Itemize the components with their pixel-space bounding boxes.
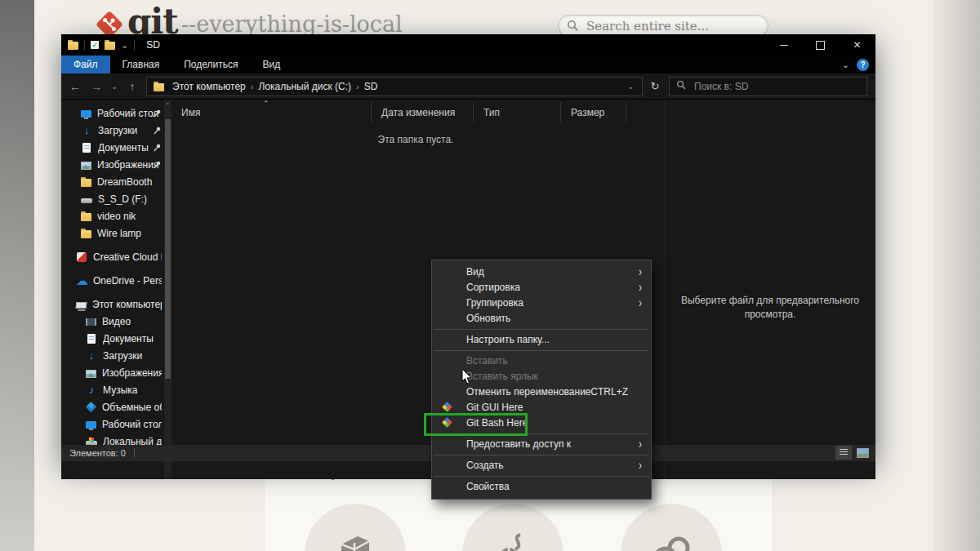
computer-icon	[76, 302, 87, 309]
help-icon[interactable]: ?	[857, 59, 869, 71]
breadcrumb-item[interactable]: SD	[361, 81, 381, 92]
menu-item-13[interactable]: Предоставить доступ к›	[432, 437, 651, 452]
sidebar-scrollbar[interactable]: ⌃	[164, 100, 172, 479]
breadcrumb: Этот компьютер›Локальный диск (C:)›SD	[169, 81, 381, 92]
address-bar[interactable]: Этот компьютер›Локальный диск (C:)›SD ⌄	[146, 77, 643, 96]
back-button[interactable]: ←	[65, 80, 86, 93]
menu-separator	[434, 476, 649, 477]
item-count: Элементов: 0	[69, 448, 126, 458]
sidebar-item-dreambooth[interactable]: DreamBooth	[61, 173, 172, 190]
breadcrumb-item[interactable]: Локальный диск (C:)	[255, 81, 354, 92]
menu-item-label: Группировка	[466, 297, 523, 309]
cube-icon	[86, 402, 96, 412]
menu-separator	[434, 455, 649, 455]
menu-item-1[interactable]: Сортировка›	[432, 280, 651, 295]
maximize-button[interactable]	[802, 34, 839, 56]
sidebar-item-label: Изображения	[102, 367, 162, 379]
sidebar-item[interactable]: ↓Загрузки	[61, 122, 172, 139]
sidebar-item[interactable]: Изображения	[61, 364, 172, 381]
expand-chevron-icon[interactable]: ⌄	[157, 436, 163, 444]
recent-locations-chevron-icon[interactable]: ⌄	[107, 82, 122, 91]
thumbnails-view-button[interactable]	[854, 446, 871, 460]
sidebar-item[interactable]: ♪Музыка	[61, 381, 172, 398]
menu-item-2[interactable]: Группировка›	[432, 295, 651, 311]
menu-item-3[interactable]: Обновить	[432, 311, 651, 327]
pin-icon	[154, 109, 161, 120]
ribbon-tab-view[interactable]: Вид	[250, 56, 292, 73]
explorer-search[interactable]	[669, 77, 867, 96]
minimize-button[interactable]	[765, 34, 802, 56]
menu-item-17[interactable]: Свойства	[432, 479, 651, 495]
sidebar-item[interactable]: Рабочий стол	[61, 415, 172, 433]
sidebar-item-onedrive-personal[interactable]: ☁OneDrive - Personal	[61, 272, 172, 289]
sidebar-item[interactable]: Объемные объекты	[61, 398, 172, 415]
close-button[interactable]: ✕	[839, 34, 875, 56]
doc-circle[interactable]	[621, 504, 722, 551]
menu-item-0[interactable]: Вид›	[432, 264, 651, 280]
window-title: SD	[146, 39, 160, 51]
sidebar-item[interactable]: Документы	[61, 330, 172, 347]
up-button[interactable]: ↑	[122, 80, 143, 93]
menu-item-7: Вставить	[432, 353, 651, 369]
sidebar-item-label: Wire lamp	[97, 228, 141, 239]
menu-item-5[interactable]: Настроить папку...	[432, 332, 651, 348]
scroll-up-icon[interactable]: ⌃	[165, 102, 171, 109]
column-header-name[interactable]: Имя⌃	[172, 102, 372, 122]
menu-item-label: Настроить папку...	[466, 334, 550, 345]
site-search[interactable]	[558, 15, 768, 37]
sidebar-item[interactable]: Документы	[61, 139, 172, 156]
sidebar-item-creative-cloud-files[interactable]: Creative Cloud Files	[61, 248, 172, 265]
explorer-search-input[interactable]	[693, 80, 860, 93]
book-icon	[330, 528, 381, 551]
git-website-page: git --everything-is-local Now that you h…	[0, 0, 980, 551]
desktop-icon	[86, 421, 96, 429]
sidebar-item-label: Изображения	[97, 159, 158, 171]
title-bar[interactable]: ✓ ⌄ SD ✕	[61, 34, 875, 56]
sidebar-item-label: Документы	[98, 142, 149, 153]
column-header-label: Размер	[571, 107, 604, 118]
ribbon-tabs: ФайлГлавнаяПоделитьсяВид	[61, 56, 875, 73]
ribbon-collapse-chevron-icon[interactable]: ⌄	[842, 60, 849, 70]
new-folder-icon[interactable]	[105, 42, 115, 50]
breadcrumb-item[interactable]: Этот компьютер	[169, 81, 249, 92]
scrollbar-thumb[interactable]	[165, 119, 171, 379]
sidebar-item-label: Рабочий стол	[97, 108, 158, 119]
sidebar-item[interactable]: Изображения	[61, 156, 172, 173]
address-dropdown-chevron-icon[interactable]: ⌄	[622, 82, 639, 91]
music-icon: ♪	[86, 384, 97, 396]
refresh-icon[interactable]: ↻	[643, 80, 667, 92]
mouse-cursor	[461, 368, 474, 385]
sidebar-item-s-s-d-f[interactable]: S_S_D (F:)	[61, 190, 172, 207]
details-view-button[interactable]	[835, 446, 852, 460]
sidebar-item[interactable]: ↓Загрузки	[61, 347, 172, 364]
sidebar-item[interactable]: Рабочий стол	[61, 104, 172, 122]
sidebar-item[interactable]: Этот компьютер	[61, 295, 172, 313]
column-header-date-modified[interactable]: Дата изменения	[372, 102, 474, 122]
downloads-icon: ↓	[81, 125, 92, 136]
sidebar-item-wire-lamp[interactable]: Wire lamp	[61, 224, 172, 242]
sidebar-item[interactable]: Видео	[61, 313, 172, 330]
ribbon-tab-share[interactable]: Поделиться	[172, 56, 250, 73]
sidebar-item-video-nik[interactable]: video nik	[61, 207, 172, 224]
column-header-type[interactable]: Тип	[474, 102, 561, 122]
ribbon-tab-file[interactable]: Файл	[61, 56, 110, 73]
forward-button[interactable]: →	[86, 80, 107, 93]
pictures-icon	[81, 162, 91, 170]
search-icon	[567, 20, 579, 32]
drive-icon	[81, 198, 92, 203]
menu-item-label: Вид	[466, 266, 484, 278]
pin-icon	[154, 126, 161, 137]
properties-icon[interactable]: ✓	[91, 41, 99, 49]
menu-item-15[interactable]: Создать›	[432, 458, 651, 473]
sidebar-item-label: Объемные объекты	[102, 402, 162, 413]
menu-separator	[434, 329, 649, 330]
ribbon-tab-home[interactable]: Главная	[110, 56, 172, 73]
customize-toolbar-chevron-icon[interactable]: ⌄	[121, 40, 128, 51]
doc-circle[interactable]	[305, 504, 406, 551]
site-search-input[interactable]	[585, 18, 760, 34]
menu-item-9[interactable]: Отменить переименованиеCTRL+Z	[432, 384, 651, 400]
divider	[84, 40, 85, 51]
document-icon	[87, 334, 96, 344]
doc-circle[interactable]	[462, 504, 564, 551]
column-header-size[interactable]: Размер	[561, 102, 626, 122]
